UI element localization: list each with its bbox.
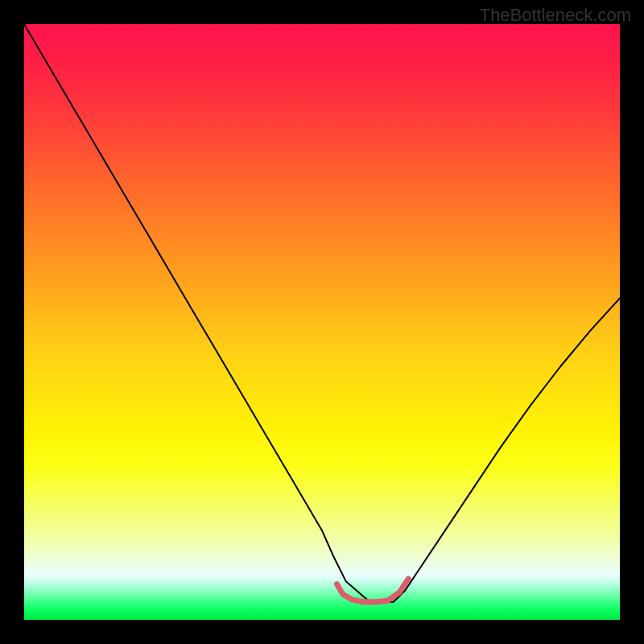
chart-svg — [24, 24, 620, 620]
bottleneck-curve — [24, 24, 620, 602]
watermark-text: TheBottleneck.com — [480, 5, 631, 26]
curve-group — [24, 24, 620, 602]
plot-area — [24, 24, 620, 620]
chart-frame: TheBottleneck.com — [0, 0, 644, 644]
